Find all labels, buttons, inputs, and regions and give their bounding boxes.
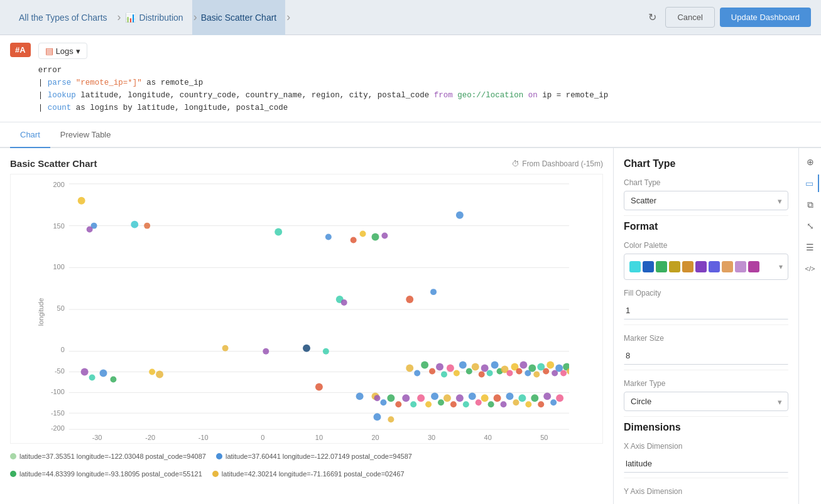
logs-button[interactable]: ▤ Logs ▾ bbox=[38, 43, 87, 59]
svg-point-91 bbox=[476, 399, 482, 405]
swatch-8 bbox=[735, 261, 746, 272]
svg-text:-150: -150 bbox=[51, 409, 65, 417]
svg-point-93 bbox=[488, 401, 494, 407]
svg-point-103 bbox=[550, 399, 557, 405]
svg-point-61 bbox=[507, 370, 513, 377]
svg-text:200: 200 bbox=[53, 181, 65, 188]
chart-type-select-wrapper[interactable]: Scatter Line Bar bbox=[624, 191, 788, 210]
resize-icon-button[interactable]: ⤡ bbox=[802, 217, 819, 235]
legend-dot-0 bbox=[10, 453, 16, 459]
svg-point-37 bbox=[351, 237, 357, 244]
chart-type-select[interactable]: Scatter Line Bar bbox=[624, 191, 788, 210]
svg-point-83 bbox=[425, 401, 432, 407]
cancel-button[interactable]: Cancel bbox=[665, 7, 714, 28]
y-axis-dimension-input[interactable] bbox=[624, 500, 788, 504]
x-axis-dimension-input[interactable] bbox=[624, 454, 788, 473]
svg-point-102 bbox=[543, 392, 551, 400]
svg-point-52 bbox=[459, 362, 467, 369]
svg-point-84 bbox=[431, 392, 438, 400]
share-icon-button[interactable]: ⊕ bbox=[802, 153, 819, 171]
svg-point-82 bbox=[417, 394, 425, 402]
svg-point-107 bbox=[100, 370, 107, 377]
chart-icon: 📊 bbox=[125, 13, 136, 23]
svg-text:-200: -200 bbox=[51, 424, 65, 432]
svg-text:10: 10 bbox=[315, 434, 323, 441]
svg-text:-30: -30 bbox=[92, 434, 102, 441]
right-panel: Chart Type Chart Type Scatter Line Bar F… bbox=[613, 148, 798, 504]
svg-point-119 bbox=[430, 289, 437, 295]
svg-text:0: 0 bbox=[61, 346, 65, 353]
svg-point-64 bbox=[519, 362, 527, 369]
legend-dot-1 bbox=[216, 453, 222, 459]
svg-point-96 bbox=[506, 392, 514, 400]
query-code: error | parse "remote_ip=*]" as remote_i… bbox=[38, 64, 609, 114]
svg-point-97 bbox=[513, 399, 519, 405]
code-icon-button[interactable]: </> bbox=[802, 260, 819, 277]
color-palette-selector[interactable]: ▾ bbox=[624, 254, 788, 280]
svg-point-95 bbox=[501, 401, 507, 407]
query-label: #A bbox=[10, 43, 31, 57]
svg-point-48 bbox=[436, 363, 443, 371]
marker-type-select[interactable]: Circle Square Triangle bbox=[624, 392, 788, 411]
svg-point-43 bbox=[303, 345, 310, 352]
marker-size-input[interactable] bbox=[624, 346, 788, 365]
svg-point-118 bbox=[406, 296, 413, 303]
svg-point-92 bbox=[481, 394, 489, 402]
svg-text:-50: -50 bbox=[55, 367, 65, 375]
svg-point-63 bbox=[516, 368, 522, 375]
palette-dropdown-icon: ▾ bbox=[779, 262, 783, 271]
svg-point-74 bbox=[563, 363, 570, 371]
swatch-6 bbox=[709, 261, 720, 272]
svg-point-105 bbox=[81, 368, 89, 376]
svg-point-55 bbox=[479, 372, 485, 378]
breadcrumb-item-2[interactable]: Basic Scatter Chart bbox=[192, 0, 286, 35]
copy-icon-button[interactable]: ⧉ bbox=[802, 196, 819, 213]
svg-text:100: 100 bbox=[53, 263, 65, 271]
legend-dot-2 bbox=[10, 471, 16, 477]
tab-preview-table[interactable]: Preview Table bbox=[50, 122, 121, 148]
svg-point-58 bbox=[491, 362, 499, 369]
tab-chart[interactable]: Chart bbox=[10, 122, 50, 148]
breadcrumb-label-0: All the Types of Charts bbox=[19, 13, 107, 23]
breadcrumb-item-0[interactable]: All the Types of Charts bbox=[10, 0, 116, 35]
query-section: #A ▤ Logs ▾ error | parse "remote_ip=*]"… bbox=[0, 35, 821, 122]
svg-point-38 bbox=[360, 231, 366, 237]
svg-point-89 bbox=[463, 401, 469, 407]
svg-point-53 bbox=[466, 368, 472, 375]
tabs-bar: Chart Preview Table bbox=[0, 122, 821, 148]
marker-type-select-wrapper[interactable]: Circle Square Triangle bbox=[624, 392, 788, 411]
svg-point-77 bbox=[380, 399, 386, 405]
svg-point-33 bbox=[144, 223, 150, 229]
svg-point-46 bbox=[421, 362, 428, 369]
refresh-button[interactable]: ↻ bbox=[644, 8, 660, 27]
svg-text:0: 0 bbox=[261, 434, 264, 441]
svg-point-35 bbox=[275, 228, 282, 236]
svg-point-34 bbox=[78, 197, 85, 205]
svg-point-106 bbox=[89, 375, 95, 381]
chart-type-section-title: Chart Type bbox=[624, 158, 788, 169]
legend-item-2: latitude=44.83399 longitude=-93.18095 po… bbox=[10, 470, 202, 478]
breadcrumb-item-1[interactable]: 📊 Distribution bbox=[116, 0, 192, 35]
breadcrumb-label-2: Basic Scatter Chart bbox=[201, 13, 277, 23]
svg-point-67 bbox=[533, 372, 540, 378]
fill-opacity-label: Fill Opacity bbox=[624, 289, 788, 298]
svg-text:-10: -10 bbox=[198, 434, 209, 441]
svg-point-57 bbox=[487, 370, 493, 377]
svg-point-50 bbox=[447, 365, 454, 372]
svg-text:40: 40 bbox=[484, 434, 492, 441]
svg-point-98 bbox=[518, 394, 526, 402]
logs-label: Logs bbox=[56, 46, 73, 56]
swatch-7 bbox=[722, 261, 733, 272]
monitor-icon-button[interactable]: ▭ bbox=[802, 174, 819, 192]
svg-point-41 bbox=[456, 212, 464, 219]
update-dashboard-button[interactable]: Update Dashboard bbox=[720, 8, 811, 27]
list-icon-button[interactable]: ☰ bbox=[802, 239, 819, 256]
svg-point-44 bbox=[406, 365, 413, 372]
svg-point-36 bbox=[325, 234, 332, 240]
fill-opacity-input[interactable] bbox=[624, 301, 788, 319]
swatch-9 bbox=[748, 261, 759, 272]
breadcrumb-label-1: Distribution bbox=[139, 13, 183, 23]
svg-point-111 bbox=[315, 383, 323, 390]
svg-point-117 bbox=[341, 299, 347, 306]
svg-point-47 bbox=[429, 368, 435, 375]
